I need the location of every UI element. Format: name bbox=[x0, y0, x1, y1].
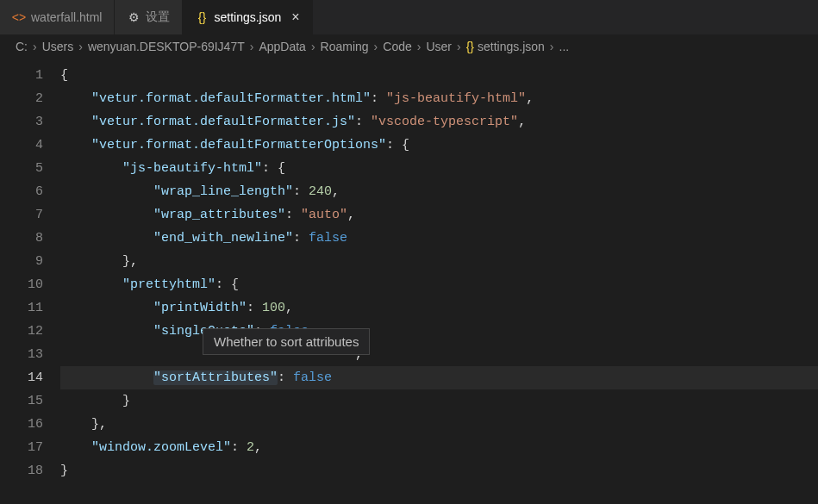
token-bool: false bbox=[293, 370, 332, 385]
tab-label: 设置 bbox=[146, 9, 170, 25]
code-line[interactable]: { bbox=[60, 64, 818, 87]
token-p bbox=[60, 115, 91, 129]
token-p: } bbox=[60, 464, 68, 478]
line-number: 3 bbox=[0, 110, 60, 134]
token-key: "js-beautify-html" bbox=[122, 161, 262, 176]
token-p: : bbox=[285, 208, 301, 222]
token-str: "auto" bbox=[301, 208, 347, 222]
code-line[interactable]: "js-beautify-html": { bbox=[60, 157, 818, 180]
code-line[interactable]: "vetur.format.defaultFormatter.html": "j… bbox=[60, 87, 818, 110]
token-p: }, bbox=[60, 417, 107, 432]
token-p bbox=[60, 370, 153, 385]
code-line[interactable]: "singleQuote": false, bbox=[60, 320, 818, 343]
token-p bbox=[60, 301, 153, 315]
token-p: : bbox=[355, 115, 371, 129]
line-number: 7 bbox=[0, 203, 60, 227]
token-key: "window.zoomLevel" bbox=[91, 440, 231, 455]
token-p bbox=[60, 161, 122, 176]
token-p bbox=[60, 91, 91, 106]
token-key: "singleQuote" bbox=[153, 324, 254, 339]
token-p: , bbox=[526, 91, 534, 106]
breadcrumb-item[interactable]: ... bbox=[559, 40, 570, 53]
token-p bbox=[60, 324, 153, 339]
token-p: : { bbox=[386, 138, 409, 152]
editor[interactable]: 123456789101112131415161718 { "vetur.for… bbox=[0, 59, 818, 501]
code-line[interactable]: "sortAttributes": false bbox=[60, 366, 818, 389]
chevron-right-icon: › bbox=[33, 40, 37, 53]
line-number: 14 bbox=[0, 366, 60, 389]
chevron-right-icon: › bbox=[374, 40, 378, 53]
breadcrumb-label: wenyuan.DESKTOP-69IJ47T bbox=[88, 40, 245, 53]
line-number: 11 bbox=[0, 296, 60, 320]
line-number-gutter: 123456789101112131415161718 bbox=[0, 59, 60, 501]
code-line[interactable]: "end_with_newline": false bbox=[60, 227, 818, 250]
code-line[interactable]: "printWidth": 100, bbox=[60, 296, 818, 320]
token-key: "wrap_line_length" bbox=[153, 184, 293, 199]
breadcrumb-item[interactable]: Code bbox=[383, 40, 411, 53]
breadcrumb-item[interactable]: AppData bbox=[259, 40, 305, 53]
token-p: : bbox=[254, 324, 270, 339]
breadcrumb-item[interactable]: wenyuan.DESKTOP-69IJ47T bbox=[88, 40, 245, 53]
token-key: "wrap_attributes" bbox=[153, 208, 285, 222]
code-area[interactable]: { "vetur.format.defaultFormatter.html": … bbox=[60, 59, 818, 501]
token-key: "printWidth" bbox=[153, 301, 247, 315]
code-line[interactable]: "vetur.format.defaultFormatter.js": "vsc… bbox=[60, 110, 818, 134]
code-line[interactable]: }, bbox=[60, 413, 818, 436]
token-p: , bbox=[332, 184, 340, 199]
line-number: 12 bbox=[0, 320, 60, 343]
code-line[interactable]: }, bbox=[60, 250, 818, 273]
token-p bbox=[60, 138, 91, 152]
breadcrumb-label: ... bbox=[559, 40, 570, 53]
breadcrumb-label: Roaming bbox=[321, 40, 369, 53]
tab-label: settings.json bbox=[214, 10, 281, 24]
token-p: : { bbox=[262, 161, 285, 176]
token-p bbox=[60, 440, 91, 455]
token-p: : bbox=[247, 301, 262, 315]
chevron-right-icon: › bbox=[78, 40, 83, 53]
breadcrumb-item[interactable]: Roaming bbox=[321, 40, 369, 53]
code-line[interactable]: } bbox=[60, 389, 818, 413]
breadcrumb-label: Code bbox=[383, 40, 411, 53]
line-number: 17 bbox=[0, 436, 60, 459]
code-line[interactable]: , bbox=[60, 343, 818, 366]
breadcrumb-label: Users bbox=[42, 40, 74, 53]
tab-label: waterfall.html bbox=[31, 10, 102, 24]
breadcrumb-item[interactable]: C: bbox=[16, 40, 28, 53]
token-keyhl: "sortAttributes" bbox=[153, 370, 278, 385]
token-p: : bbox=[278, 370, 293, 385]
chevron-right-icon: › bbox=[417, 40, 421, 53]
breadcrumb-label: User bbox=[426, 40, 452, 53]
line-number: 5 bbox=[0, 157, 60, 180]
code-line[interactable]: } bbox=[60, 459, 818, 482]
tab-waterfall-html[interactable]: <>waterfall.html bbox=[0, 0, 115, 34]
breadcrumb-item[interactable]: User bbox=[426, 40, 452, 53]
tab-settings-json[interactable]: {}settings.json× bbox=[183, 0, 312, 34]
token-num: 240 bbox=[309, 184, 332, 199]
breadcrumb-item[interactable]: Users bbox=[42, 40, 74, 53]
token-p: : bbox=[293, 231, 309, 246]
tab--[interactable]: ⚙设置 bbox=[115, 0, 183, 34]
chevron-right-icon: › bbox=[550, 40, 554, 53]
breadcrumb-label: AppData bbox=[259, 40, 305, 53]
breadcrumb-label: C: bbox=[16, 40, 28, 53]
code-line[interactable]: "wrap_line_length": 240, bbox=[60, 180, 818, 203]
code-line[interactable]: "vetur.format.defaultFormatterOptions": … bbox=[60, 134, 818, 157]
chevron-right-icon: › bbox=[311, 40, 315, 53]
token-p: }, bbox=[60, 254, 138, 269]
token-p: : bbox=[231, 440, 247, 455]
token-p bbox=[60, 208, 153, 222]
token-str: "vscode-typescript" bbox=[371, 115, 518, 129]
token-key: "prettyhtml" bbox=[122, 277, 215, 292]
chevron-right-icon: › bbox=[250, 40, 254, 53]
code-line[interactable]: "prettyhtml": { bbox=[60, 273, 818, 296]
token-p: } bbox=[60, 394, 130, 408]
token-num: 100 bbox=[262, 301, 285, 315]
token-p: , bbox=[347, 208, 355, 222]
json-icon: {} bbox=[195, 10, 209, 24]
breadcrumb-item[interactable]: {}settings.json bbox=[466, 40, 545, 53]
token-key: "vetur.format.defaultFormatter.js" bbox=[91, 115, 355, 129]
code-line[interactable]: "wrap_attributes": "auto", bbox=[60, 203, 818, 227]
code-line[interactable]: "window.zoomLevel": 2, bbox=[60, 436, 818, 459]
token-p: , bbox=[518, 115, 526, 129]
close-icon[interactable]: × bbox=[291, 9, 299, 25]
